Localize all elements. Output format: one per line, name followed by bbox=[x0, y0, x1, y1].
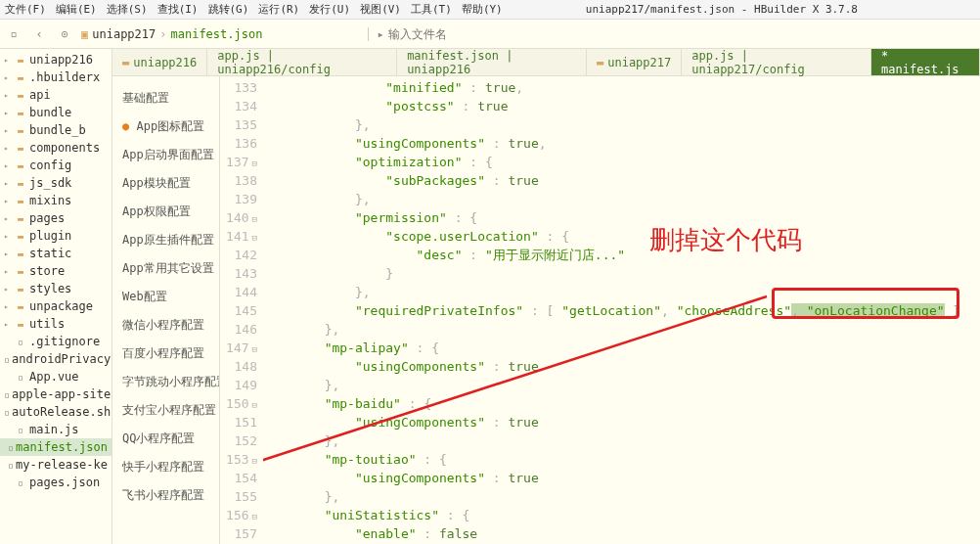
new-file-icon[interactable]: ▫ bbox=[5, 25, 22, 43]
line-number: 145 bbox=[220, 301, 263, 320]
tree-item-bundle_b[interactable]: ▸▬bundle_b bbox=[0, 121, 111, 139]
toolbar: ▫ ‹ ⊙ ▣ uniapp217 › manifest.json ▸ bbox=[0, 20, 980, 49]
code-line[interactable]: "postcss" : true bbox=[263, 97, 980, 115]
code-line[interactable]: }, bbox=[263, 431, 980, 450]
breadcrumb-project[interactable]: uniapp217 bbox=[92, 27, 156, 41]
editor-tab[interactable]: manifest.json | uniapp216 bbox=[397, 49, 587, 75]
menu-view[interactable]: 视图(V) bbox=[360, 2, 401, 17]
tree-item-uniapp216[interactable]: ▸▬uniapp216 bbox=[0, 51, 111, 68]
settings-item[interactable]: 字节跳动小程序配置 bbox=[112, 368, 219, 396]
menu-find[interactable]: 查找(I) bbox=[157, 2, 199, 17]
settings-label: App图标配置 bbox=[136, 119, 204, 133]
code-line[interactable]: "uniStatistics" : { bbox=[263, 506, 980, 524]
code-line[interactable]: "scope.userLocation" : { bbox=[263, 227, 980, 246]
code-line[interactable]: "optimization" : { bbox=[263, 153, 980, 171]
settings-item[interactable]: App原生插件配置 bbox=[112, 226, 219, 254]
tree-item-autoRelease.sh[interactable]: ▫autoRelease.sh bbox=[0, 403, 111, 421]
tree-item-main.js[interactable]: ▫main.js bbox=[0, 421, 111, 438]
tree-item-utils[interactable]: ▸▬utils bbox=[0, 315, 111, 333]
code-line[interactable]: } bbox=[263, 264, 980, 283]
settings-item[interactable]: App权限配置 bbox=[112, 198, 219, 226]
code-line[interactable]: }, bbox=[263, 487, 980, 506]
folder-icon: ▬ bbox=[14, 178, 27, 189]
forward-icon[interactable]: ⊙ bbox=[56, 25, 73, 43]
menu-help[interactable]: 帮助(Y) bbox=[462, 2, 503, 17]
tree-item-mixins[interactable]: ▸▬mixins bbox=[0, 192, 111, 209]
tree-item-label: .hbuilderx bbox=[29, 70, 100, 84]
code-line[interactable]: }, bbox=[263, 190, 980, 208]
settings-item[interactable]: 微信小程序配置 bbox=[112, 311, 219, 340]
settings-item[interactable]: 基础配置 bbox=[112, 84, 219, 113]
settings-item[interactable]: 快手小程序配置 bbox=[112, 453, 219, 481]
line-number: 142 bbox=[220, 246, 263, 264]
editor-tab[interactable]: app.js | uniapp217/config bbox=[682, 49, 871, 75]
settings-item[interactable]: Web配置 bbox=[112, 283, 219, 311]
menu-run[interactable]: 运行(R) bbox=[258, 2, 299, 17]
settings-item[interactable]: 支付宝小程序配置 bbox=[112, 396, 219, 425]
code-line[interactable]: }, bbox=[263, 115, 980, 134]
tree-item-pages.json[interactable]: ▫pages.json bbox=[0, 474, 111, 491]
menu-tools[interactable]: 工具(T) bbox=[411, 2, 452, 17]
settings-item[interactable]: 百度小程序配置 bbox=[112, 340, 219, 368]
file-tree[interactable]: ▸▬uniapp216▸▬.hbuilderx▸▬api▸▬bundle▸▬bu… bbox=[0, 49, 112, 544]
tree-item-androidPrivacy[interactable]: ▫androidPrivacy bbox=[0, 350, 111, 368]
code-line[interactable]: "desc" : "用于显示附近门店..." bbox=[263, 246, 980, 264]
code-line[interactable]: "mp-alipay" : { bbox=[263, 339, 980, 357]
back-icon[interactable]: ‹ bbox=[30, 25, 48, 43]
code-line[interactable]: "usingComponents" : true bbox=[263, 469, 980, 487]
search-input[interactable] bbox=[388, 27, 535, 41]
menu-edit[interactable]: 编辑(E) bbox=[56, 2, 97, 17]
settings-item[interactable]: App常用其它设置 bbox=[112, 254, 219, 283]
tree-item-bundle[interactable]: ▸▬bundle bbox=[0, 104, 111, 121]
code-line[interactable]: "mp-toutiao" : { bbox=[263, 450, 980, 469]
tree-item-pages[interactable]: ▸▬pages bbox=[0, 209, 111, 227]
line-number: 152 bbox=[220, 431, 263, 450]
code-lines[interactable]: 删掉这个代码 "minified" : true, "postcss" : tr… bbox=[263, 76, 980, 544]
settings-item[interactable]: ● App图标配置 bbox=[112, 113, 219, 141]
tree-item-config[interactable]: ▸▬config bbox=[0, 157, 111, 174]
tree-item-static[interactable]: ▸▬static bbox=[0, 245, 111, 262]
tree-item-components[interactable]: ▸▬components bbox=[0, 139, 111, 157]
code-line[interactable]: "enable" : false bbox=[263, 524, 980, 543]
menu-publish[interactable]: 发行(U) bbox=[309, 2, 350, 17]
breadcrumb-file[interactable]: manifest.json bbox=[171, 27, 263, 41]
code-line[interactable]: }, bbox=[263, 376, 980, 394]
settings-item[interactable]: QQ小程序配置 bbox=[112, 425, 219, 453]
code-line[interactable]: "subPackages" : true bbox=[263, 171, 980, 190]
editor-tab[interactable]: ▬uniapp216 bbox=[112, 49, 207, 75]
tree-item-manifest.json[interactable]: ▫manifest.json bbox=[0, 438, 111, 456]
editor-tab[interactable]: ▬uniapp217 bbox=[587, 49, 682, 75]
tree-item-.hbuilderx[interactable]: ▸▬.hbuilderx bbox=[0, 68, 111, 86]
settings-item[interactable]: App模块配置 bbox=[112, 169, 219, 198]
settings-item[interactable]: 飞书小程序配置 bbox=[112, 481, 219, 510]
menu-select[interactable]: 选择(S) bbox=[107, 2, 148, 17]
editor-tab[interactable]: * manifest.js bbox=[871, 49, 980, 75]
menu-goto[interactable]: 跳转(G) bbox=[208, 2, 249, 17]
code-line[interactable]: "usingComponents" : true bbox=[263, 413, 980, 431]
code-line[interactable]: }, bbox=[263, 320, 980, 339]
menu-file[interactable]: 文件(F) bbox=[5, 2, 46, 17]
editor-tab[interactable]: app.js | uniapp216/config bbox=[207, 49, 397, 75]
chevron-icon: ▸ bbox=[4, 267, 14, 276]
tree-item-my-release-ke[interactable]: ▫my-release-ke bbox=[0, 456, 111, 474]
tree-item-apple-app-site-[interactable]: ▫apple-app-site- bbox=[0, 385, 111, 403]
tab-label: uniapp216 bbox=[133, 56, 197, 69]
tree-item-api[interactable]: ▸▬api bbox=[0, 86, 111, 104]
line-number: 134 bbox=[220, 97, 263, 115]
code-line[interactable]: "permission" : { bbox=[263, 208, 980, 227]
code-line[interactable]: "mp-baidu" : { bbox=[263, 394, 980, 413]
settings-item[interactable]: App启动界面配置 bbox=[112, 141, 219, 169]
tree-item-plugin[interactable]: ▸▬plugin bbox=[0, 227, 111, 245]
tree-item-js_sdk[interactable]: ▸▬js_sdk bbox=[0, 174, 111, 192]
tree-item-label: bundle bbox=[29, 106, 71, 119]
code-line[interactable]: "usingComponents" : true, bbox=[263, 134, 980, 153]
tree-item-styles[interactable]: ▸▬styles bbox=[0, 280, 111, 297]
tree-item-unpackage[interactable]: ▸▬unpackage bbox=[0, 297, 111, 315]
code-line[interactable]: "minified" : true, bbox=[263, 78, 980, 97]
settings-label: 基础配置 bbox=[122, 91, 169, 105]
tree-item-store[interactable]: ▸▬store bbox=[0, 262, 111, 280]
tree-item-.gitignore[interactable]: ▫.gitignore bbox=[0, 333, 111, 350]
code-editor[interactable]: 1331341351361371381391401411421431441451… bbox=[220, 76, 980, 544]
tree-item-App.vue[interactable]: ▫App.vue bbox=[0, 368, 111, 385]
code-line[interactable]: "usingComponents" : true bbox=[263, 357, 980, 376]
